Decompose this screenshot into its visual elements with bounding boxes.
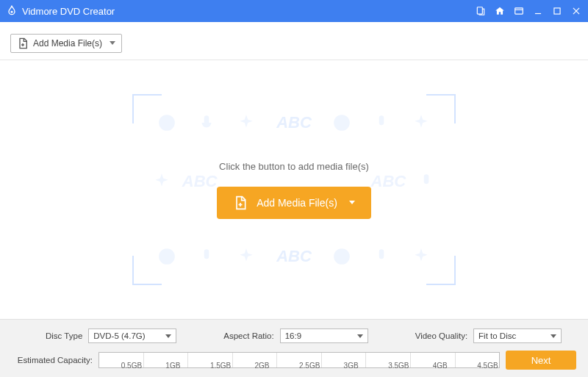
sparkle-icon (237, 113, 256, 132)
capacity-tick: 0.5GB (99, 353, 144, 367)
aspect-ratio-value: 16:9 (285, 331, 301, 340)
disc-type-select[interactable]: DVD-5 (4.7G) (88, 328, 176, 343)
capacity-row: Estimated Capacity: 0.5GB1GB1.5GB2GB2.5G… (12, 351, 576, 370)
file-add-icon (17, 37, 29, 49)
capacity-tick-label: 4.5GB (477, 362, 509, 370)
reel-icon (332, 247, 351, 266)
disc-type-value: DVD-5 (4.7G) (93, 331, 145, 340)
capacity-tick: 3GB (322, 353, 367, 367)
toolbar: Add Media File(s) (0, 26, 588, 60)
svg-rect-15 (423, 174, 429, 184)
bottom-panel: Disc Type DVD-5 (4.7G) Aspect Ratio: 16:… (0, 319, 588, 377)
add-media-main-button[interactable]: Add Media File(s) (217, 187, 371, 219)
video-quality-select[interactable]: Fit to Disc (473, 328, 562, 343)
svg-point-13 (334, 115, 350, 131)
home-icon[interactable] (494, 5, 506, 17)
reel-icon (157, 247, 176, 266)
svg-point-0 (11, 11, 13, 13)
add-media-label: Add Media File(s) (33, 38, 102, 49)
flame-icon (6, 5, 18, 17)
mic-icon (417, 172, 436, 191)
add-media-button[interactable]: Add Media File(s) (10, 34, 122, 53)
capacity-tick: 3.5GB (366, 353, 411, 367)
video-quality-value: Fit to Disc (478, 331, 516, 340)
watermark-text: ABC (371, 172, 406, 191)
file-add-icon (233, 195, 248, 210)
app-logo: Vidmore DVD Creator (6, 5, 115, 17)
capacity-tick: 1.5GB (188, 353, 233, 367)
watermark-text: ABC (182, 172, 218, 191)
watermark-row: ABC (147, 247, 441, 266)
chevron-down-icon (357, 334, 363, 338)
chevron-down-icon (551, 334, 556, 338)
mic-icon (197, 247, 216, 266)
maximize-icon[interactable] (551, 5, 563, 17)
sparkle-icon (412, 113, 431, 132)
mic-icon (197, 113, 216, 132)
close-icon[interactable] (570, 5, 582, 17)
titlebar-actions (475, 5, 582, 17)
settings-row: Disc Type DVD-5 (4.7G) Aspect Ratio: 16:… (12, 328, 576, 343)
chevron-down-icon (165, 334, 171, 338)
drop-prompt: Click the button to add media file(s) (219, 161, 369, 172)
watermark-row: ABC (147, 113, 441, 132)
register-icon[interactable] (475, 5, 487, 17)
reel-icon (332, 113, 351, 132)
reel-icon (157, 113, 176, 132)
capacity-tick: 4.5GB (456, 353, 500, 367)
capacity-tick: 4GB (411, 353, 456, 367)
chevron-down-icon (110, 41, 115, 45)
add-media-main-label: Add Media File(s) (257, 197, 337, 209)
svg-rect-14 (379, 115, 384, 125)
main-area: ABC ABC ABC ABC Click the (0, 60, 588, 319)
app-window: Vidmore DVD Creator Add Media File(s) (0, 0, 588, 377)
app-title: Vidmore DVD Creator (22, 6, 115, 17)
sparkle-icon (412, 247, 431, 266)
minimize-icon[interactable] (532, 5, 544, 17)
estimated-capacity-label: Estimated Capacity: (12, 356, 93, 365)
watermark-text: ABC (276, 247, 312, 266)
drop-area[interactable]: ABC ABC ABC ABC Click the (147, 109, 441, 270)
capacity-bar: 0.5GB1GB1.5GB2GB2.5GB3GB3.5GB4GB4.5GB (98, 352, 500, 368)
svg-rect-19 (379, 249, 384, 259)
aspect-ratio-select[interactable]: 16:9 (280, 328, 368, 343)
menu-icon[interactable] (513, 5, 525, 17)
chevron-down-icon (349, 201, 355, 204)
svg-rect-5 (554, 8, 560, 14)
svg-point-18 (334, 248, 350, 265)
title-bar: Vidmore DVD Creator (0, 0, 588, 22)
capacity-tick: 1GB (144, 353, 189, 367)
mic-icon (372, 247, 391, 266)
disc-type-label: Disc Type (46, 331, 82, 340)
svg-rect-1 (477, 7, 482, 14)
svg-point-16 (159, 248, 175, 265)
mic-icon (372, 113, 391, 132)
sparkle-icon (152, 172, 171, 191)
capacity-tick: 2GB (233, 353, 278, 367)
video-quality-label: Video Quality: (415, 331, 467, 340)
svg-point-10 (159, 115, 175, 131)
svg-rect-17 (204, 249, 209, 259)
watermark-text: ABC (276, 113, 312, 132)
sparkle-icon (237, 247, 256, 266)
aspect-ratio-label: Aspect Ratio: (223, 331, 273, 340)
next-button[interactable]: Next (506, 351, 576, 370)
svg-rect-2 (515, 8, 523, 14)
capacity-tick: 2.5GB (277, 353, 322, 367)
